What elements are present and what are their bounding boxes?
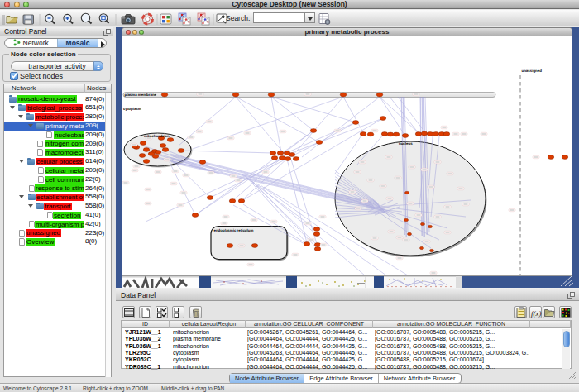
svg-text:unassigned: unassigned	[522, 69, 543, 73]
svg-text:plasma membrane: plasma membrane	[125, 93, 157, 97]
svg-text:cytoplasm: cytoplasm	[123, 107, 141, 111]
svg-text:mitochondrion: mitochondrion	[144, 134, 170, 138]
svg-text:endoplasmic reticulum: endoplasmic reticulum	[214, 228, 254, 232]
svg-text:nucleus: nucleus	[399, 141, 413, 146]
svg-text:f(x): f(x)	[531, 309, 542, 318]
